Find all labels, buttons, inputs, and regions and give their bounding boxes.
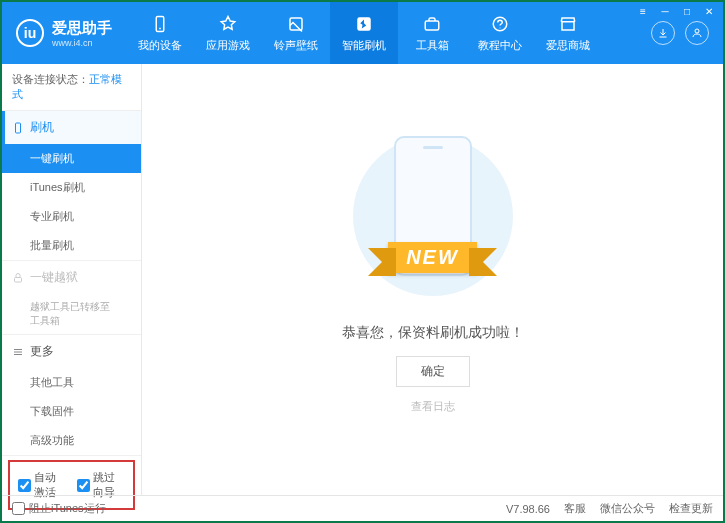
statusbar: 阻止iTunes运行 V7.98.66 客服 微信公众号 检查更新 — [2, 495, 723, 521]
sidebar-header-label: 一键越狱 — [30, 269, 78, 286]
download-button[interactable] — [651, 21, 675, 45]
media-icon — [286, 14, 306, 34]
nav-tab-tutorial[interactable]: 教程中心 — [466, 2, 534, 64]
nav-tab-apps[interactable]: 应用游戏 — [194, 2, 262, 64]
nav-tabs: 我的设备 应用游戏 铃声壁纸 智能刷机 工具箱 教程中心 — [126, 2, 651, 64]
nav-label: 智能刷机 — [342, 38, 386, 53]
sidebar-item-download-firmware[interactable]: 下载固件 — [2, 397, 141, 426]
svg-rect-10 — [15, 277, 22, 282]
block-itunes-checkbox[interactable]: 阻止iTunes运行 — [12, 501, 106, 516]
menu-icon[interactable]: ≡ — [633, 4, 653, 18]
user-button[interactable] — [685, 21, 709, 45]
flash-icon — [354, 14, 374, 34]
app-name: 爱思助手 — [52, 19, 112, 38]
ribbon-text: NEW — [388, 242, 477, 273]
help-icon — [490, 14, 510, 34]
new-ribbon: NEW — [343, 240, 523, 276]
toolbox-icon — [422, 14, 442, 34]
minimize-button[interactable]: ─ — [655, 4, 675, 18]
svg-rect-4 — [425, 21, 439, 30]
nav-tab-media[interactable]: 铃声壁纸 — [262, 2, 330, 64]
nav-label: 工具箱 — [416, 38, 449, 53]
nav-label: 教程中心 — [478, 38, 522, 53]
sidebar-item-advanced[interactable]: 高级功能 — [2, 426, 141, 455]
svg-point-8 — [695, 29, 699, 33]
connection-label: 设备连接状态： — [12, 73, 89, 85]
view-log-link[interactable]: 查看日志 — [411, 399, 455, 414]
nav-label: 爱思商城 — [546, 38, 590, 53]
sidebar-item-oneclick-flash[interactable]: 一键刷机 — [2, 144, 141, 173]
titlebar: ≡ ─ □ ✕ iu 爱思助手 www.i4.cn 我的设备 应用游戏 铃声壁纸 — [2, 2, 723, 64]
phone-icon — [150, 14, 170, 34]
nav-label: 铃声壁纸 — [274, 38, 318, 53]
close-button[interactable]: ✕ — [699, 4, 719, 18]
phone-icon — [12, 122, 24, 134]
store-icon — [558, 14, 578, 34]
sidebar-header-flash[interactable]: 刷机 — [2, 111, 141, 144]
confirm-button[interactable]: 确定 — [396, 356, 470, 387]
connection-status: 设备连接状态：正常模式 — [2, 64, 141, 111]
apps-icon — [218, 14, 238, 34]
check-update-link[interactable]: 检查更新 — [669, 501, 713, 516]
sidebar: 设备连接状态：正常模式 刷机 一键刷机 iTunes刷机 专业刷机 批量刷机 一… — [2, 64, 142, 495]
logo-area: iu 爱思助手 www.i4.cn — [2, 19, 126, 48]
maximize-button[interactable]: □ — [677, 4, 697, 18]
nav-tab-devices[interactable]: 我的设备 — [126, 2, 194, 64]
svg-rect-9 — [16, 123, 21, 133]
sidebar-header-more[interactable]: 更多 — [2, 335, 141, 368]
sidebar-item-itunes-flash[interactable]: iTunes刷机 — [2, 173, 141, 202]
sidebar-header-label: 更多 — [30, 343, 54, 360]
nav-label: 应用游戏 — [206, 38, 250, 53]
wechat-link[interactable]: 微信公众号 — [600, 501, 655, 516]
sidebar-item-other-tools[interactable]: 其他工具 — [2, 368, 141, 397]
success-illustration: NEW — [343, 126, 523, 306]
nav-label: 我的设备 — [138, 38, 182, 53]
nav-tab-store[interactable]: 爱思商城 — [534, 2, 602, 64]
sidebar-item-pro-flash[interactable]: 专业刷机 — [2, 202, 141, 231]
window-controls: ≡ ─ □ ✕ — [633, 4, 719, 18]
checkbox-label: 阻止iTunes运行 — [29, 501, 106, 516]
nav-tab-toolbox[interactable]: 工具箱 — [398, 2, 466, 64]
app-url: www.i4.cn — [52, 38, 112, 48]
jailbreak-note: 越狱工具已转移至 工具箱 — [2, 294, 141, 334]
main-content: NEW 恭喜您，保资料刷机成功啦！ 确定 查看日志 — [142, 64, 723, 495]
svg-rect-7 — [562, 21, 574, 29]
nav-tab-flash[interactable]: 智能刷机 — [330, 2, 398, 64]
version-label: V7.98.66 — [506, 503, 550, 515]
sidebar-header-jailbreak[interactable]: 一键越狱 — [2, 261, 141, 294]
service-link[interactable]: 客服 — [564, 501, 586, 516]
app-window: ≡ ─ □ ✕ iu 爱思助手 www.i4.cn 我的设备 应用游戏 铃声壁纸 — [2, 2, 723, 521]
sidebar-item-batch-flash[interactable]: 批量刷机 — [2, 231, 141, 260]
body: 设备连接状态：正常模式 刷机 一键刷机 iTunes刷机 专业刷机 批量刷机 一… — [2, 64, 723, 495]
success-message: 恭喜您，保资料刷机成功啦！ — [342, 324, 524, 342]
list-icon — [12, 346, 24, 358]
lock-icon — [12, 272, 24, 284]
logo-icon: iu — [16, 19, 44, 47]
titlebar-actions — [651, 21, 723, 45]
sidebar-header-label: 刷机 — [30, 119, 54, 136]
